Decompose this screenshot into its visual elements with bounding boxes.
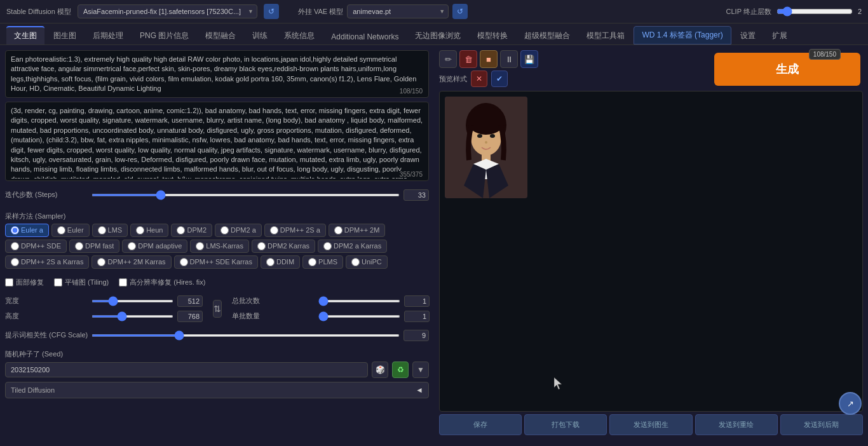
sd-model-refresh-btn[interactable]: ↺ [264, 4, 279, 19]
tab-pnginfo[interactable]: PNG 图片信息 [132, 27, 196, 44]
svg-point-4 [477, 134, 482, 138]
sampler-lms[interactable]: LMS [92, 224, 128, 237]
right-inner: ✏ 🗑 ■ ⏸ 💾 预览样式 ✕ ✔ [439, 50, 863, 435]
hires-fix-checkbox[interactable] [119, 278, 127, 287]
height-slider[interactable] [92, 315, 173, 318]
sd-model-select[interactable]: AsiaFacemin-pruned-fix [1].safetensors [… [78, 4, 257, 18]
sampler-plms[interactable]: PLMS [302, 255, 343, 269]
tab-txt2img[interactable]: 文生图 [6, 26, 44, 44]
sampler-dpmpp-2s-a[interactable]: DPM++ 2S a [264, 224, 326, 237]
sampler-ddim[interactable]: DDIM [261, 255, 300, 269]
tab-extensions[interactable]: 扩展 [764, 27, 795, 44]
width-label: 宽度 [5, 296, 88, 306]
left-panel: Ean photorealistic:1.3), extremely high … [0, 45, 434, 440]
clip-value: 2 [858, 8, 862, 15]
clip-slider[interactable] [776, 6, 853, 17]
batch-count-slider[interactable] [318, 300, 400, 302]
tiling-option[interactable]: 平铺图 (Tiling) [54, 278, 109, 287]
tab-merge[interactable]: 模型融合 [198, 27, 243, 44]
width-slider[interactable] [92, 300, 173, 302]
vae-model-select[interactable]: animevae.pt [347, 4, 449, 18]
vae-model-wrapper: animevae.pt [347, 4, 449, 18]
tab-tiledvae[interactable]: 无边图像浏览 [407, 27, 468, 44]
restore-faces-option[interactable]: 面部修复 [5, 278, 44, 287]
cfg-scale-slider[interactable] [92, 334, 400, 337]
sampler-dpm2[interactable]: DPM2 [171, 224, 212, 237]
sampler-dpm-fast[interactable]: DPM fast [69, 240, 119, 253]
sampler-dpm2-a-karras[interactable]: DPM2 a Karras [318, 240, 387, 253]
seed-dice-btn[interactable]: 🎲 [372, 362, 388, 378]
right-top-area: ✏ 🗑 ■ ⏸ 💾 预览样式 ✕ ✔ [439, 50, 863, 91]
sd-model-wrapper: AsiaFacemin-pruned-fix [1].safetensors [… [78, 4, 257, 18]
pause-icon-btn[interactable]: ⏸ [500, 50, 518, 68]
sampler-dpmpp-2s-a-karras[interactable]: DPM++ 2S a Karras [5, 255, 89, 269]
sampler-dpm-adaptive[interactable]: DPM adaptive [122, 240, 187, 253]
sampler-unipc[interactable]: UniPC [346, 255, 388, 269]
width-value: 512 [177, 295, 203, 307]
cfg-scale-value: 9 [403, 330, 429, 341]
zip-btn[interactable]: 打包下载 [524, 414, 607, 435]
stop-icon-btn[interactable]: ■ [480, 50, 498, 68]
tab-img2img[interactable]: 图生图 [46, 27, 84, 44]
tiled-diffusion-row[interactable]: Tiled Diffusion ◄ [5, 382, 429, 398]
float-action-btn[interactable]: ↗ [839, 392, 862, 415]
sampler-dpmpp-sde[interactable]: DPM++ SDE [5, 240, 67, 253]
trash-icon-btn[interactable]: 🗑 [459, 50, 477, 68]
steps-slider[interactable] [92, 194, 400, 196]
tab-tools[interactable]: 模型工具箱 [579, 27, 632, 44]
sampler-dpm2-a[interactable]: DPM2 a [215, 224, 262, 237]
sampler-dpmpp-sde-karras[interactable]: DPM++ SDE Karras [174, 255, 258, 269]
counter-tooltip: 108/150 [809, 49, 841, 60]
batch-count-value: 1 [404, 295, 430, 307]
save-btn[interactable]: 保存 [439, 414, 522, 435]
sampler-euler-a[interactable]: Euler a [5, 224, 49, 237]
tab-modelgraph[interactable]: 模型转换 [470, 27, 515, 44]
negative-prompt-textarea[interactable]: (3d, render, cg, painting, drawing, cart… [6, 102, 428, 179]
tab-train[interactable]: 训练 [245, 27, 275, 44]
vae-model-refresh-btn[interactable]: ↺ [452, 4, 468, 19]
cfg-scale-row: 提示词相关性 (CFG Scale) 9 [5, 328, 429, 343]
send-inpaint-btn[interactable]: 发送到重绘 [695, 414, 778, 435]
sampler-heun[interactable]: Heun [130, 224, 168, 237]
top-bar: Stable Diffusion 模型 AsiaFacemin-pruned-f… [0, 0, 868, 24]
steps-section: 迭代步数 (Steps) 33 [5, 185, 429, 205]
send-img2img-btn[interactable]: 发送到图生 [609, 414, 692, 435]
seed-input[interactable] [5, 362, 368, 377]
svg-point-6 [485, 141, 487, 144]
tab-additional[interactable]: Additional Networks [323, 29, 406, 44]
tab-postprocess[interactable]: 后期处理 [85, 27, 131, 44]
batch-size-row: 单批数量 1 [232, 309, 430, 324]
tiling-checkbox[interactable] [54, 278, 62, 287]
tab-settings[interactable]: 设置 [733, 27, 763, 44]
steps-row: 迭代步数 (Steps) 33 [5, 187, 429, 203]
sampler-dpm2-karras[interactable]: DPM2 Karras [252, 240, 315, 253]
tab-wd14[interactable]: WD 1.4 标签器 (Tagger) [634, 26, 731, 44]
svg-point-5 [490, 134, 495, 138]
edit-icon-btn[interactable]: ✏ [439, 50, 457, 68]
steps-value: 33 [403, 189, 429, 201]
sampler-dpmpp-2m[interactable]: DPM++ 2M [329, 224, 386, 237]
vae-section: 外挂 VAE 模型 animevae.pt ↺ [298, 4, 468, 19]
tab-sysinfo[interactable]: 系统信息 [276, 27, 322, 44]
sampler-label: 采样方法 (Sampler) [5, 212, 429, 221]
sampler-dpmpp-2m-karras[interactable]: DPM++ 2M Karras [92, 255, 171, 269]
batch-size-slider[interactable] [318, 315, 400, 318]
send-extras-btn[interactable]: 发送到后期 [780, 414, 863, 435]
seed-refresh-btn[interactable]: ♻ [392, 362, 409, 378]
seed-extra-btn[interactable]: ▼ [412, 362, 429, 378]
action-icons-row: ✏ 🗑 ■ ⏸ 💾 [439, 50, 707, 68]
tiled-diffusion-label: Tiled Diffusion [11, 386, 412, 394]
cursor-area [554, 377, 564, 392]
restore-faces-checkbox[interactable] [5, 278, 13, 287]
positive-prompt-textarea[interactable]: Ean photorealistic:1.3), extremely high … [6, 51, 428, 95]
style-clear-btn[interactable]: ✕ [471, 71, 487, 87]
save-icon-btn[interactable]: 💾 [520, 50, 538, 68]
hires-fix-option[interactable]: 高分辨率修复 (Hires. fix) [119, 278, 205, 287]
sampler-euler[interactable]: Euler [51, 224, 90, 237]
tab-supermodel[interactable]: 超级模型融合 [517, 27, 578, 44]
swap-wh-button[interactable]: ⇅ [213, 300, 222, 318]
positive-prompt-counter: 108/150 [398, 88, 424, 95]
sampler-lms-karras[interactable]: LMS-Karras [190, 240, 249, 253]
negative-prompt-counter: 355/375 [398, 171, 424, 178]
style-apply-btn[interactable]: ✔ [491, 71, 508, 87]
